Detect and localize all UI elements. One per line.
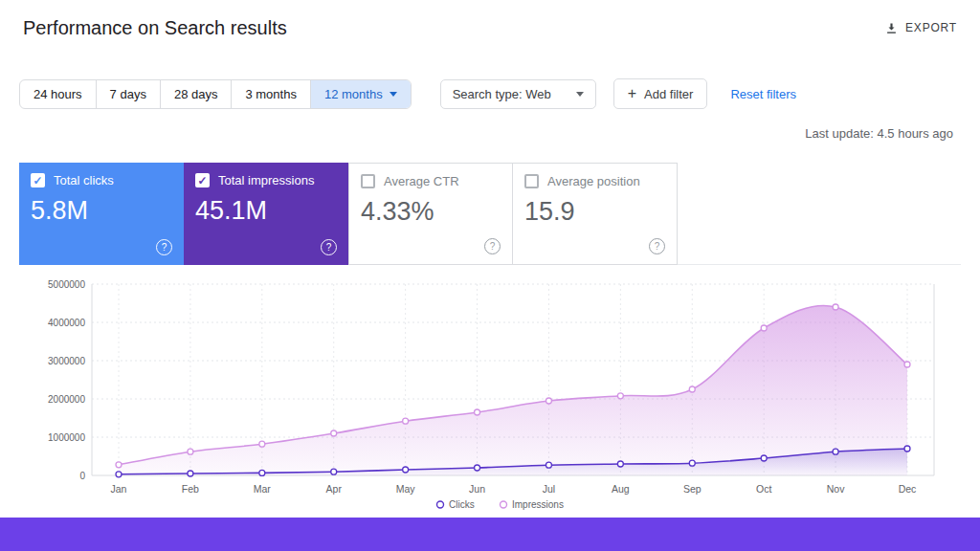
last-update-text: Last update: 4.5 hours ago xyxy=(805,126,953,141)
page-header: Performance on Search results EXPORT xyxy=(0,0,980,55)
total-clicks-value: 5.8M xyxy=(31,196,172,226)
plus-icon: + xyxy=(628,86,636,101)
help-icon[interactable]: ? xyxy=(321,239,337,255)
svg-text:4000000: 4000000 xyxy=(48,318,85,328)
page-title: Performance on Search results xyxy=(23,17,287,39)
checkmark-icon: ✓ xyxy=(33,175,42,187)
svg-text:Apr: Apr xyxy=(326,483,343,495)
date-range-tab-28-days[interactable]: 28 days xyxy=(161,80,233,108)
date-range-tab-12-months[interactable]: 12 months xyxy=(311,80,411,108)
total-impressions-card[interactable]: ✓ Total impressions 45.1M ? xyxy=(184,163,348,265)
svg-text:Aug: Aug xyxy=(612,483,630,495)
help-icon[interactable]: ? xyxy=(156,239,172,255)
download-icon xyxy=(884,21,899,35)
date-range-tab-7-days[interactable]: 7 days xyxy=(97,80,161,108)
svg-text:1000000: 1000000 xyxy=(48,432,85,443)
svg-text:May: May xyxy=(396,483,416,495)
svg-text:3000000: 3000000 xyxy=(48,356,85,366)
bottom-accent-bar xyxy=(0,518,980,551)
help-icon[interactable]: ? xyxy=(484,238,501,254)
search-type-select[interactable]: Search type: Web xyxy=(440,79,596,109)
metrics-row-filler xyxy=(678,163,961,265)
average-position-card[interactable]: Average position 15.9 ? xyxy=(513,163,678,265)
export-button[interactable]: EXPORT xyxy=(884,21,957,35)
svg-text:Sep: Sep xyxy=(683,483,702,495)
average-ctr-value: 4.33% xyxy=(361,197,501,227)
total-impressions-label: Total impressions xyxy=(218,173,314,187)
average-ctr-checkbox[interactable] xyxy=(361,174,375,188)
svg-text:Oct: Oct xyxy=(756,483,771,495)
svg-text:0: 0 xyxy=(79,471,85,481)
total-clicks-checkbox[interactable]: ✓ xyxy=(31,173,45,187)
svg-text:Jan: Jan xyxy=(111,483,127,495)
average-position-label: Average position xyxy=(547,174,640,188)
svg-text:Feb: Feb xyxy=(182,483,199,495)
checkmark-icon: ✓ xyxy=(197,175,207,187)
performance-chart[interactable]: 010000002000000300000040000005000000JanF… xyxy=(23,273,957,514)
date-range-tab-3-months[interactable]: 3 months xyxy=(232,80,310,108)
metrics-row: ✓ Total clicks 5.8M ? ✓ Total impression… xyxy=(19,163,961,265)
svg-text:Clicks: Clicks xyxy=(449,499,475,510)
svg-text:5000000: 5000000 xyxy=(48,279,85,290)
total-impressions-value: 45.1M xyxy=(195,196,337,226)
add-filter-button[interactable]: + Add filter xyxy=(613,78,708,109)
date-range-tab-24-hours[interactable]: 24 hours xyxy=(20,80,97,108)
total-impressions-checkbox[interactable]: ✓ xyxy=(195,173,210,187)
average-ctr-label: Average CTR xyxy=(384,174,459,188)
reset-filters-link[interactable]: Reset filters xyxy=(730,87,796,101)
total-clicks-card[interactable]: ✓ Total clicks 5.8M ? xyxy=(19,163,184,265)
svg-text:Impressions: Impressions xyxy=(512,499,564,510)
chevron-down-icon xyxy=(390,92,397,97)
export-label: EXPORT xyxy=(905,21,957,34)
add-filter-label: Add filter xyxy=(644,87,693,101)
average-position-checkbox[interactable] xyxy=(524,174,539,188)
svg-text:2000000: 2000000 xyxy=(48,394,85,405)
help-icon[interactable]: ? xyxy=(649,238,665,254)
chart-area: 010000002000000300000040000005000000JanF… xyxy=(19,265,961,518)
date-range-tabs: 24 hours7 days28 days3 months12 months xyxy=(19,79,412,109)
average-ctr-card[interactable]: Average CTR 4.33% ? xyxy=(348,163,513,265)
svg-text:Jun: Jun xyxy=(469,483,485,495)
svg-text:Dec: Dec xyxy=(899,483,917,495)
filter-toolbar: 24 hours7 days28 days3 months12 months S… xyxy=(19,78,796,109)
svg-text:Jul: Jul xyxy=(543,483,555,495)
svg-text:Mar: Mar xyxy=(254,483,272,495)
average-position-value: 15.9 xyxy=(524,197,665,227)
search-type-label: Search type: Web xyxy=(453,87,551,101)
chevron-down-icon xyxy=(576,92,584,97)
performance-card: ✓ Total clicks 5.8M ? ✓ Total impression… xyxy=(19,163,961,518)
svg-text:Nov: Nov xyxy=(827,483,845,495)
total-clicks-label: Total clicks xyxy=(54,173,114,187)
